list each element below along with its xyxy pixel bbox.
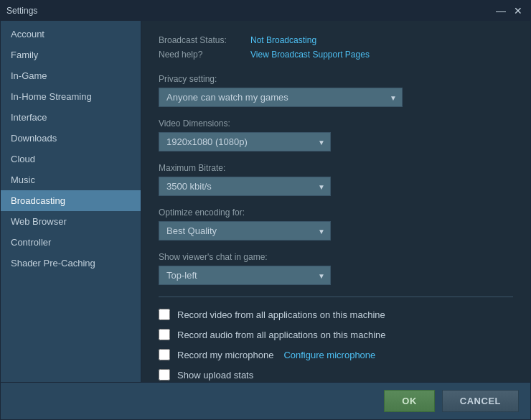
privacy-select-wrapper: Anyone can watch my gamesFriends can wat… [159,88,403,107]
sidebar-item-broadcasting[interactable]: Broadcasting [1,190,141,211]
privacy-label: Privacy setting: [159,74,513,84]
broadcast-status-row: Broadcast Status: Not Broadcasting [159,35,513,45]
need-help-row: Need help? View Broadcast Support Pages [159,50,513,60]
need-help-label: Need help? [159,50,245,60]
settings-window: Settings — ✕ AccountFamilyIn-GameIn-Home… [0,0,531,420]
sidebar-item-controller[interactable]: Controller [1,232,141,253]
checkboxes-section: Record video from all applications on th… [159,309,513,382]
sidebar-item-family[interactable]: Family [1,45,141,65]
video-dimensions-section: Video Dimensions: 1920x1080 (1080p)1280x… [159,118,513,151]
privacy-select[interactable]: Anyone can watch my gamesFriends can wat… [159,88,403,107]
viewer-chat-label: Show viewer's chat in game: [159,252,513,262]
sidebar-item-shader-pre-caching[interactable]: Shader Pre-Caching [1,253,141,274]
title-bar: Settings — ✕ [1,1,530,21]
sidebar-item-interface[interactable]: Interface [1,107,141,128]
divider [159,297,513,297]
sidebar-item-in-game[interactable]: In-Game [1,65,141,86]
checkbox-record-video[interactable] [159,309,170,320]
bitrate-section: Maximum Bitrate: 3500 kbit/s2000 kbit/s1… [159,163,513,196]
optimize-select-wrapper: Best QualityBest PerformanceBalanced ▼ [159,221,331,241]
close-button[interactable]: ✕ [512,4,525,17]
checkbox-show-upload-stats[interactable] [159,369,170,381]
privacy-section: Privacy setting: Anyone can watch my gam… [159,74,513,107]
bitrate-select-wrapper: 3500 kbit/s2000 kbit/s1000 kbit/s ▼ [159,177,331,196]
support-pages-link[interactable]: View Broadcast Support Pages [250,50,370,60]
checkbox-label-record-audio: Record audio from all applications on th… [177,330,386,340]
checkbox-record-audio[interactable] [159,329,170,340]
checkbox-label-show-upload-stats: Show upload stats [177,370,253,381]
video-dimensions-select-wrapper: 1920x1080 (1080p)1280x720 (720p)854x480 … [159,132,331,151]
checkbox-record-microphone[interactable] [159,349,170,360]
ok-button[interactable]: OK [384,390,435,412]
checkbox-label-record-video: Record video from all applications on th… [177,309,385,320]
footer: OK CANCEL [1,382,530,419]
bitrate-label: Maximum Bitrate: [159,163,513,173]
viewer-chat-select-wrapper: Top-leftTop-rightBottom-leftBottom-right… [159,266,331,285]
sidebar-item-web-browser[interactable]: Web Browser [1,211,141,232]
video-dimensions-select[interactable]: 1920x1080 (1080p)1280x720 (720p)854x480 … [159,132,331,151]
minimize-button[interactable]: — [494,4,507,17]
video-dimensions-label: Video Dimensions: [159,118,513,129]
sidebar-item-account[interactable]: Account [1,24,141,45]
sidebar: AccountFamilyIn-GameIn-Home StreamingInt… [1,21,141,382]
sidebar-item-cloud[interactable]: Cloud [1,149,141,169]
optimize-section: Optimize encoding for: Best QualityBest … [159,207,513,241]
sidebar-item-music[interactable]: Music [1,169,141,190]
viewer-chat-section: Show viewer's chat in game: Top-leftTop-… [159,252,513,285]
window-controls: — ✕ [494,4,525,17]
optimize-label: Optimize encoding for: [159,207,513,218]
broadcast-status-label: Broadcast Status: [159,35,245,45]
sidebar-item-in-home-streaming[interactable]: In-Home Streaming [1,86,141,107]
window-title: Settings [6,6,37,16]
checkbox-row-record-video: Record video from all applications on th… [159,309,513,320]
cancel-button[interactable]: CANCEL [442,390,519,412]
checkbox-row-record-microphone: Record my microphoneConfigure microphone [159,349,513,360]
optimize-select[interactable]: Best QualityBest PerformanceBalanced [159,221,331,241]
checkbox-row-record-audio: Record audio from all applications on th… [159,329,513,340]
main-content: AccountFamilyIn-GameIn-Home StreamingInt… [1,21,530,382]
settings-panel: Broadcast Status: Not Broadcasting Need … [141,21,530,382]
sidebar-item-downloads[interactable]: Downloads [1,128,141,149]
checkbox-row-show-upload-stats: Show upload stats [159,369,513,381]
broadcast-header: Broadcast Status: Not Broadcasting Need … [159,35,513,60]
configure-microphone-link[interactable]: Configure microphone [283,350,375,360]
broadcast-status-link[interactable]: Not Broadcasting [250,35,316,45]
checkbox-label-record-microphone: Record my microphone [177,350,273,360]
viewer-chat-select[interactable]: Top-leftTop-rightBottom-leftBottom-right… [159,266,331,285]
bitrate-select[interactable]: 3500 kbit/s2000 kbit/s1000 kbit/s [159,177,331,196]
